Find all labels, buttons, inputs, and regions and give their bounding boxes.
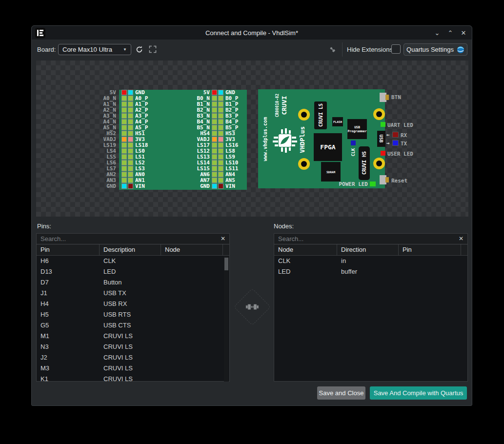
column-header[interactable]: Node (274, 244, 337, 255)
board-select[interactable]: Core Max10 Ultra ▼ (58, 44, 131, 55)
table-cell (161, 352, 229, 363)
pins-search: ✕ (37, 234, 229, 244)
clk-label: CLK (351, 148, 356, 156)
fit-view-button[interactable] (148, 44, 158, 54)
table-cell: H5 (37, 309, 100, 320)
table-row[interactable]: H4USB RX (37, 299, 229, 309)
pinout-diagram: 5VGND5VGNDA0_NA0_PB0_NB0_PA1_NA1_PB1_NB1… (119, 90, 247, 190)
user-led-label: USER LED (387, 151, 413, 157)
column-header[interactable]: Direction (337, 244, 399, 255)
flash-chip: FLASH (332, 117, 343, 126)
pins-search-input[interactable] (37, 234, 229, 244)
table-cell: D7 (37, 277, 100, 288)
table-cell (161, 309, 229, 320)
table-row[interactable]: J1USB TX (37, 288, 229, 299)
board-preview-area: 5VGND5VGNDA0_NA0_PB0_NB0_PA1_NA1_PB1_NB1… (36, 61, 468, 217)
table-cell (161, 256, 229, 266)
table-row[interactable]: M1CRUVI LS (37, 331, 229, 342)
table-row[interactable]: N3CRUVI LS (37, 342, 229, 352)
save-and-compile-button[interactable]: Save And Compile with Quartus (370, 386, 467, 400)
table-row[interactable]: J2CRUVI LS (37, 352, 229, 363)
save-and-close-button[interactable]: Save and Close (317, 386, 365, 400)
table-cell: H4 (37, 299, 100, 309)
table-row[interactable]: H6CLK (37, 256, 229, 266)
tx-led (392, 140, 399, 146)
cruvi-ls-chip: CRUVI LS (314, 101, 327, 129)
table-cell: Button (100, 277, 161, 288)
plug-connector-icon (245, 300, 259, 314)
table-row[interactable]: CLKin (274, 256, 467, 266)
column-header[interactable]: Node (161, 244, 223, 255)
pins-scrollbar[interactable] (224, 256, 229, 382)
column-header[interactable]: Pin (399, 244, 461, 255)
cruvi-hs-chip: CRUVI HS (359, 146, 370, 180)
chevron-down-icon: ▼ (123, 47, 127, 52)
pcb-website-text: www.vhdplus.com (262, 117, 268, 161)
table-cell: buffer (337, 266, 399, 277)
table-cell: CLK (100, 256, 161, 266)
usb-programmer-chip: USB Programmer (347, 119, 367, 139)
board-label: Board: (37, 46, 56, 53)
table-row[interactable]: LEDbuffer (274, 266, 467, 277)
nodes-search-input[interactable] (274, 234, 467, 244)
quartus-settings-button[interactable]: Quartus Settings (403, 43, 467, 56)
minimize-button[interactable]: ⌄ (434, 29, 441, 37)
table-cell (399, 266, 467, 277)
mounting-hole (298, 158, 310, 170)
table-cell: USB CTS (100, 320, 161, 331)
table-row[interactable]: D7Button (37, 277, 229, 288)
nodes-table-body: CLKinLEDbuffer (274, 256, 467, 382)
nodes-table-header: NodeDirectionPin (274, 244, 467, 256)
table-row[interactable]: M3CRUVI LS (37, 363, 229, 374)
table-cell: CRUVI LS (100, 363, 161, 374)
table-cell: N3 (37, 342, 100, 352)
table-row[interactable]: K1CRUVI LS (37, 374, 229, 382)
table-cell (161, 331, 229, 342)
table-cell: LED (100, 266, 161, 277)
tx-label: TX (401, 141, 407, 147)
table-cell (161, 299, 229, 309)
refresh-boards-button[interactable] (134, 44, 144, 54)
close-button[interactable]: ✕ (460, 29, 467, 37)
table-cell: in (337, 256, 399, 266)
btn-label: BTN (391, 94, 401, 101)
table-cell: USB TX (100, 288, 161, 299)
mounting-hole (373, 158, 385, 169)
table-cell: K1 (37, 374, 100, 382)
table-cell (161, 342, 229, 352)
table-cell: USB RTS (100, 309, 161, 320)
sdram-chip: SDRAM (321, 162, 341, 182)
table-cell: CRUVI LS (100, 352, 161, 363)
table-cell (161, 288, 229, 299)
pcb-cruvi-text: CRUVI (281, 96, 288, 115)
clk-oscillator (351, 141, 356, 145)
pins-table-body: H6CLKD13LEDD7ButtonJ1USB TXH4USB RXH5USB… (37, 256, 229, 382)
connector-icon (327, 44, 337, 54)
reset-actuator (385, 177, 389, 182)
table-cell (161, 374, 229, 382)
maximize-button[interactable]: ⌃ (447, 29, 454, 37)
column-header[interactable]: Description (100, 244, 161, 255)
pins-table-header: PinDescriptionNode (37, 244, 229, 256)
table-row[interactable]: G5USB CTS (37, 320, 229, 331)
table-cell: J2 (37, 352, 100, 363)
table-row[interactable]: D13LED (37, 266, 229, 277)
column-header[interactable]: Pin (37, 244, 100, 255)
quartus-settings-label: Quartus Settings (406, 46, 454, 53)
hide-extensions-label: Hide Extensions (347, 46, 393, 53)
btn-actuator (385, 95, 389, 100)
table-cell: CRUVI LS (100, 331, 161, 342)
rx-arrow-icon: ← (386, 132, 390, 138)
usb-connector: USB (377, 131, 385, 147)
pcb-brand-text: VHDPlus (299, 126, 306, 153)
table-row[interactable]: H5USB RTS (37, 309, 229, 320)
user-led (381, 151, 385, 156)
hide-extensions-checkbox[interactable] (391, 44, 401, 54)
table-cell (161, 277, 229, 288)
uart-led-label: UART LED (387, 122, 413, 128)
nodes-search-clear-icon[interactable]: ✕ (459, 235, 464, 242)
board-select-value: Core Max10 Ultra (62, 46, 112, 53)
pinout-row: GNDVINGNDVIN (119, 183, 247, 189)
pins-search-clear-icon[interactable]: ✕ (221, 235, 225, 242)
toolbar-separator (342, 42, 343, 57)
